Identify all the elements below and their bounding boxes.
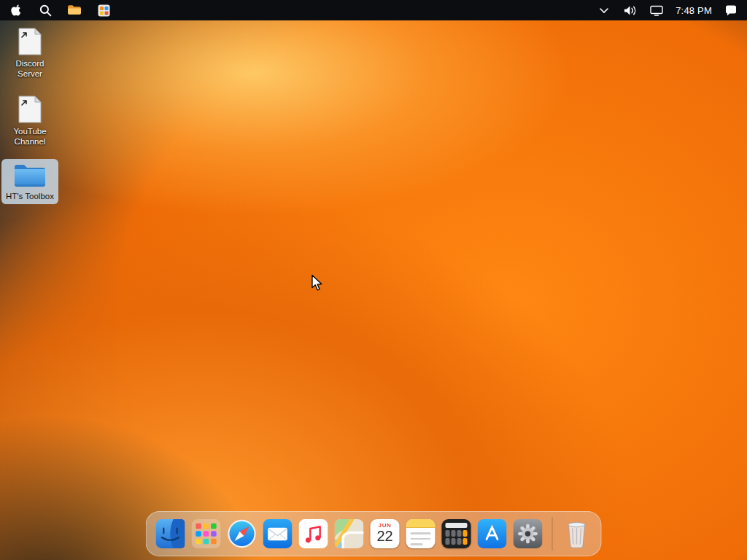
menu-bar-left (9, 2, 111, 18)
maps-icon (335, 519, 364, 548)
file-manager-button[interactable] (67, 2, 82, 18)
finder-icon (156, 519, 185, 548)
dock-item-maps[interactable] (334, 518, 365, 549)
app-store-icon (478, 519, 507, 548)
clock[interactable]: 7:48 PM (676, 5, 712, 16)
desktop-icon-grid: Discord Server YouTube Channel HT's Tool (1, 23, 58, 204)
dock-item-app-store[interactable] (477, 518, 508, 549)
folder-icon (13, 163, 47, 189)
dock-item-calendar[interactable]: JUN 22 (370, 518, 400, 549)
trash-icon (565, 518, 589, 549)
menu-bar-right: 7:48 PM (597, 2, 738, 18)
desktop-icon-label: Discord Server (4, 58, 56, 79)
notes-icon (406, 519, 436, 548)
dock-item-music[interactable] (298, 518, 329, 549)
software-grid-icon (98, 4, 110, 17)
desktop-icon-youtube-channel[interactable]: YouTube Channel (1, 91, 58, 150)
system-settings-icon (514, 519, 543, 548)
volume-icon (624, 5, 638, 16)
dock-item-launchpad[interactable] (191, 518, 222, 549)
desktop-icon-discord-server[interactable]: Discord Server (1, 23, 58, 82)
desktop-icon-hts-toolbox[interactable]: HT's Toolbox (1, 159, 58, 204)
desktop-wallpaper: 7:48 PM Discord Server YouTube (0, 0, 747, 560)
display-icon (650, 5, 663, 16)
chevron-down-icon (599, 7, 609, 14)
link-file-icon (18, 95, 42, 124)
apple-logo-icon (11, 4, 22, 17)
chevron-down-button[interactable] (597, 2, 611, 18)
dock: JUN 22 (146, 511, 602, 556)
calendar-icon: JUN 22 (371, 519, 400, 548)
mouse-cursor (311, 274, 324, 295)
dock-item-safari[interactable] (227, 518, 258, 549)
mail-icon (263, 519, 293, 548)
folder-icon (67, 4, 82, 16)
dock-item-calculator[interactable] (441, 518, 472, 549)
launchpad-icon (192, 519, 221, 548)
apple-logo[interactable] (9, 2, 23, 18)
dock-item-system-settings[interactable] (513, 518, 543, 549)
volume-button[interactable] (623, 2, 638, 18)
music-icon (299, 519, 328, 548)
link-file-icon (18, 27, 42, 56)
menu-bar: 7:48 PM (0, 0, 747, 20)
search-button[interactable] (38, 2, 53, 18)
arrow-cursor-icon (311, 274, 324, 292)
search-icon (39, 4, 52, 17)
dock-divider (552, 517, 553, 551)
dock-item-notes[interactable] (406, 518, 436, 549)
software-grid-button[interactable] (96, 2, 111, 18)
notifications-button[interactable] (724, 2, 738, 18)
dock-item-finder[interactable] (155, 518, 186, 549)
dock-item-trash[interactable] (562, 518, 592, 549)
calculator-icon (442, 519, 471, 548)
display-button[interactable] (649, 2, 664, 18)
notifications-icon (725, 5, 737, 16)
desktop-icon-label: HT's Toolbox (6, 191, 54, 201)
safari-icon (228, 519, 257, 548)
desktop-icon-label: YouTube Channel (4, 126, 56, 147)
calendar-day: 22 (376, 529, 392, 544)
dock-item-mail[interactable] (263, 518, 293, 549)
